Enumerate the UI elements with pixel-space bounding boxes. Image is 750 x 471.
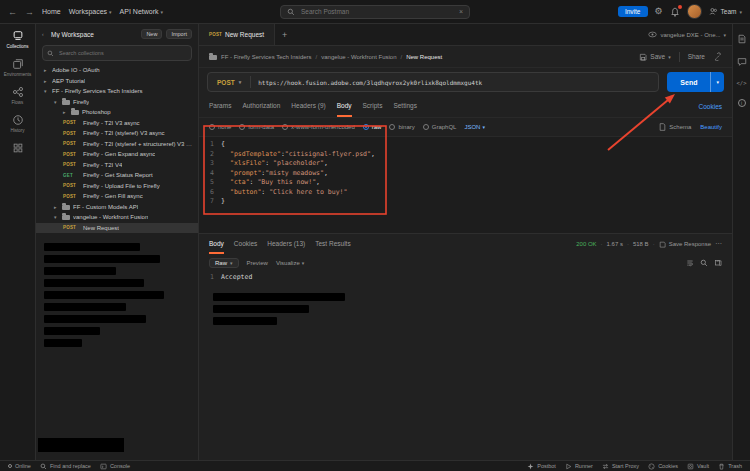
rail-item-more[interactable] bbox=[0, 142, 35, 154]
redacted-item bbox=[44, 303, 126, 311]
url-input[interactable] bbox=[251, 79, 658, 86]
response-tab-cookies[interactable]: Cookies bbox=[234, 234, 257, 254]
rail-item-collections[interactable]: Collections bbox=[0, 30, 35, 49]
tree-label: Firefly - T2I V3 async bbox=[83, 120, 140, 126]
tree-item-folder[interactable]: ▾ vangelue - Workfront Fusion bbox=[36, 212, 198, 223]
workspaces-menu[interactable]: Workspaces ▾ bbox=[69, 8, 112, 15]
body-type-binary[interactable]: binary bbox=[389, 124, 414, 130]
workspace-title[interactable]: My Workspace bbox=[51, 31, 137, 38]
console-button[interactable]: Console bbox=[100, 463, 130, 470]
new-button[interactable]: New bbox=[141, 29, 162, 39]
home-link[interactable]: Home bbox=[42, 8, 61, 15]
forward-icon[interactable]: → bbox=[25, 7, 34, 17]
tab-headers[interactable]: Headers (9) bbox=[291, 96, 325, 117]
import-button[interactable]: Import bbox=[166, 29, 192, 39]
environment-selector[interactable]: vangelue DXE - One... ▾ bbox=[648, 31, 732, 38]
rail-item-flows[interactable]: Flows bbox=[0, 86, 35, 105]
send-button[interactable]: Send ▾ bbox=[667, 72, 724, 92]
invite-button[interactable]: Invite bbox=[618, 6, 648, 17]
chevron-down-icon: ▾ bbox=[739, 9, 742, 15]
tab-scripts[interactable]: Scripts bbox=[363, 96, 383, 117]
tree-item-collection[interactable]: ▾ FF - Firefly Services Tech Insiders bbox=[36, 86, 198, 97]
copy-icon[interactable] bbox=[714, 259, 722, 267]
schema-button[interactable]: Schema bbox=[659, 123, 691, 131]
body-type-urlencoded[interactable]: x-www-form-urlencoded bbox=[282, 124, 355, 130]
view-raw-dropdown[interactable]: Raw ▾ bbox=[209, 258, 239, 268]
code-snippet-icon[interactable]: </> bbox=[737, 80, 747, 86]
link-button[interactable] bbox=[713, 52, 722, 61]
tree-item-request[interactable]: GET Firefly - Get Status Report bbox=[36, 170, 198, 181]
body-type-graphql[interactable]: GraphQL bbox=[423, 124, 457, 130]
start-proxy-button[interactable]: Start Proxy bbox=[602, 463, 639, 470]
breadcrumb[interactable]: FF - Firefly Services Tech Insiders bbox=[221, 54, 312, 60]
api-network-menu[interactable]: API Network ▾ bbox=[120, 8, 163, 15]
rail-item-history[interactable]: History bbox=[0, 114, 35, 133]
documentation-icon[interactable] bbox=[737, 34, 747, 44]
tab-body[interactable]: Body bbox=[337, 96, 352, 117]
body-type-form-data[interactable]: form-data bbox=[239, 124, 274, 130]
tree-item-request[interactable]: POST Firefly - Gen Fill async bbox=[36, 191, 198, 202]
postbot-button[interactable]: Postbot bbox=[527, 463, 556, 470]
back-icon[interactable]: ← bbox=[8, 7, 17, 17]
response-tab-test-results[interactable]: Test Results bbox=[315, 234, 350, 254]
share-button[interactable]: Share bbox=[688, 53, 705, 60]
avatar[interactable] bbox=[687, 4, 702, 19]
clear-search-icon[interactable]: × bbox=[459, 8, 463, 15]
notifications-bell-icon[interactable] bbox=[670, 7, 680, 17]
new-tab-button[interactable]: + bbox=[275, 30, 294, 40]
collections-search-input[interactable] bbox=[57, 49, 187, 57]
comments-icon[interactable] bbox=[737, 57, 747, 67]
tree-item-collection[interactable]: ▸ AEP Tutorial bbox=[36, 76, 198, 87]
tree-item-folder[interactable]: ▾ Firefly bbox=[36, 97, 198, 108]
body-type-none[interactable]: none bbox=[209, 124, 231, 130]
send-options-caret[interactable]: ▾ bbox=[710, 72, 724, 92]
cookies-link[interactable]: Cookies bbox=[699, 103, 722, 110]
tree-item-request[interactable]: POST Firefly - Gen Expand async bbox=[36, 149, 198, 160]
beautify-link[interactable]: Beautify bbox=[700, 124, 722, 130]
tree-item-folder[interactable]: ▸ FF - Custom Models API bbox=[36, 202, 198, 213]
search-input[interactable] bbox=[299, 7, 455, 16]
trash-button[interactable]: Trash bbox=[718, 463, 742, 470]
more-options-icon[interactable]: ⋯ bbox=[715, 240, 722, 248]
tab-authorization[interactable]: Authorization bbox=[242, 96, 280, 117]
response-body[interactable]: 1 Accepted bbox=[199, 271, 732, 460]
cookies-button[interactable]: Cookies bbox=[648, 463, 678, 470]
tree-label: Firefly - Gen Fill async bbox=[83, 193, 143, 199]
body-editor[interactable]: 1 { 2 "psdTemplate":"citisignal-flyer.ps… bbox=[199, 136, 732, 233]
language-selector[interactable]: JSON ▾ bbox=[464, 124, 485, 130]
team-menu[interactable]: Team ▾ bbox=[709, 7, 742, 16]
save-response-button[interactable]: Save Response bbox=[659, 241, 711, 248]
tree-item-folder[interactable]: ▸ Photoshop bbox=[36, 107, 198, 118]
tab-settings[interactable]: Settings bbox=[393, 96, 417, 117]
tree-item-request[interactable]: POST Firefly - T2I V3 async bbox=[36, 118, 198, 129]
search-icon[interactable] bbox=[700, 259, 708, 267]
collections-search[interactable] bbox=[42, 45, 192, 61]
runner-button[interactable]: Runner bbox=[565, 463, 593, 470]
rail-item-environments[interactable]: Environments bbox=[0, 58, 35, 77]
response-tab-headers[interactable]: Headers (13) bbox=[267, 234, 305, 254]
tree-item-request[interactable]: POST Firefly - T2I (styleref + structure… bbox=[36, 139, 198, 150]
vault-button[interactable]: Vault bbox=[687, 463, 709, 470]
find-and-replace-button[interactable]: Find and replace bbox=[40, 463, 91, 470]
save-button[interactable]: Save ▾ bbox=[639, 53, 670, 61]
redacted-response-items bbox=[213, 293, 732, 325]
tree-item-request[interactable]: POST Firefly - Upload File to Firefly bbox=[36, 181, 198, 192]
tree-item-request-selected[interactable]: POST New Request bbox=[36, 223, 198, 234]
settings-gear-icon[interactable]: ⚙ bbox=[655, 7, 663, 16]
view-visualize[interactable]: Visualize ▾ bbox=[276, 260, 304, 266]
tree-item-request[interactable]: POST Firefly - T2I (styleref) V3 async bbox=[36, 128, 198, 139]
open-request-tab[interactable]: POST New Request bbox=[199, 24, 275, 45]
method-selector[interactable]: POST ▾ bbox=[208, 79, 250, 86]
online-status[interactable]: Online bbox=[8, 463, 31, 469]
wrap-text-icon[interactable] bbox=[686, 259, 694, 267]
view-preview[interactable]: Preview bbox=[247, 260, 268, 266]
info-icon[interactable]: i bbox=[738, 99, 746, 107]
breadcrumb[interactable]: vangelue - Workfront Fusion bbox=[321, 54, 396, 60]
tab-params[interactable]: Params bbox=[209, 96, 231, 117]
chevron-left-icon[interactable]: ‹ bbox=[42, 31, 47, 37]
response-tab-body[interactable]: Body bbox=[209, 234, 224, 254]
tree-item-collection[interactable]: ▸ Adobe IO - OAuth bbox=[36, 65, 198, 76]
body-type-raw[interactable]: raw bbox=[363, 124, 382, 130]
tree-item-request[interactable]: POST Firefly - T2I V4 bbox=[36, 160, 198, 171]
global-search[interactable]: × bbox=[280, 5, 470, 19]
